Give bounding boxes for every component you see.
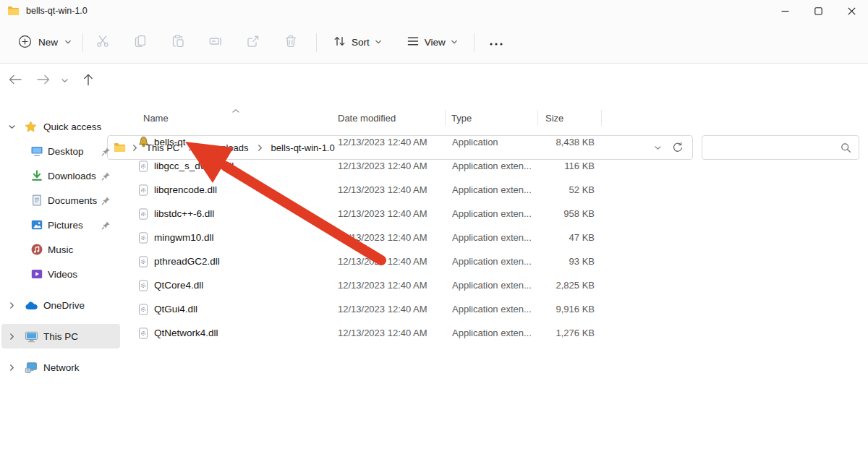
- file-name: libgcc_s_dw2-1.dll: [154, 161, 338, 171]
- file-name: QtNetwork4.dll: [154, 328, 338, 338]
- sidebar-item-label: OneDrive: [43, 293, 85, 317]
- chevron-right-icon[interactable]: [8, 293, 16, 317]
- chevron-down-icon[interactable]: [8, 114, 16, 139]
- file-row[interactable]: QtGui4.dll12/13/2023 12:40 AMApplication…: [130, 297, 613, 321]
- sort-arrows-icon: [333, 35, 346, 50]
- file-name: QtCore4.dll: [154, 280, 338, 291]
- network-icon: [25, 355, 38, 380]
- sidebar-item-documents[interactable]: Documents: [1, 188, 120, 213]
- file-date-modified: 12/13/2023 12:40 AM: [338, 328, 452, 338]
- documents-icon: [30, 188, 43, 213]
- thispc-icon: [25, 324, 38, 348]
- sidebar-item-quick-access[interactable]: Quick access: [1, 114, 120, 139]
- music-icon: [30, 237, 43, 262]
- file-type: Application exten...: [452, 161, 546, 171]
- column-header-type-label: Type: [451, 113, 472, 124]
- clipboard-icon: [171, 34, 185, 51]
- file-size: 1,276 KB: [546, 328, 595, 338]
- sidebar-item-label: This PC: [43, 324, 78, 348]
- bell-icon: [137, 136, 154, 148]
- chevron-down-icon: [61, 74, 69, 87]
- dll-icon: [137, 232, 154, 244]
- share-icon: [246, 34, 260, 51]
- cut-button[interactable]: [88, 30, 117, 56]
- forward-button[interactable]: [32, 69, 55, 93]
- share-button[interactable]: [239, 30, 268, 56]
- dll-icon: [137, 208, 154, 220]
- file-date-modified: 12/13/2023 12:40 AM: [338, 208, 452, 219]
- title-bar: bells-qt-win-1.0: [0, 0, 868, 22]
- file-row[interactable]: pthreadGC2.dll12/13/2023 12:40 AMApplica…: [130, 249, 613, 273]
- file-size: 9,916 KB: [546, 304, 595, 315]
- file-type: Application exten...: [452, 256, 546, 267]
- pin-icon: [101, 163, 111, 188]
- sidebar-item-pictures[interactable]: Pictures: [1, 213, 120, 237]
- see-more-button[interactable]: [482, 30, 510, 56]
- view-button[interactable]: View: [400, 30, 464, 54]
- delete-button[interactable]: [276, 30, 305, 56]
- chevron-down-icon: [64, 37, 72, 48]
- sidebar-item-downloads[interactable]: Downloads: [1, 163, 120, 188]
- file-row[interactable]: QtNetwork4.dll12/13/2023 12:40 AMApplica…: [130, 321, 613, 345]
- column-header-name[interactable]: Name: [143, 110, 338, 126]
- paste-button[interactable]: [163, 30, 192, 56]
- desktop-icon: [30, 139, 43, 163]
- file-size: 93 KB: [546, 256, 595, 267]
- rename-button[interactable]: [201, 30, 230, 56]
- toolbar-divider: [316, 33, 317, 52]
- downloads-icon: [30, 163, 43, 188]
- address-dropdown-button[interactable]: [654, 144, 662, 152]
- chevron-right-icon[interactable]: [8, 355, 16, 380]
- minimize-button[interactable]: [768, 0, 801, 22]
- sort-ascending-indicator-icon: [231, 103, 240, 116]
- file-type: Application exten...: [452, 304, 546, 315]
- sidebar-item-network[interactable]: Network: [1, 355, 120, 380]
- sidebar-item-label: Videos: [48, 262, 77, 286]
- file-row[interactable]: QtCore4.dll12/13/2023 12:40 AMApplicatio…: [130, 273, 613, 297]
- sidebar-item-this-pc[interactable]: This PC: [1, 324, 120, 348]
- column-header-name-label: Name: [143, 113, 169, 124]
- maximize-button[interactable]: [801, 0, 835, 22]
- column-header-date-modified[interactable]: Date modified: [338, 110, 445, 126]
- trash-icon: [284, 34, 298, 51]
- onedrive-icon: [25, 293, 39, 317]
- file-date-modified: 12/13/2023 12:40 AM: [338, 280, 452, 291]
- sidebar-item-desktop[interactable]: Desktop: [1, 139, 120, 163]
- pin-icon: [101, 213, 111, 237]
- search-input[interactable]: [710, 142, 841, 154]
- copy-button[interactable]: [126, 30, 155, 56]
- up-button[interactable]: [77, 69, 100, 93]
- file-size: 47 KB: [546, 232, 595, 243]
- navigation-row: This PCDownloadsbells-qt-win-1.0: [0, 64, 868, 102]
- videos-icon: [30, 262, 43, 286]
- file-name: QtGui4.dll: [154, 304, 338, 315]
- search-box[interactable]: [702, 135, 859, 160]
- file-row[interactable]: libqrencode.dll12/13/2023 12:40 AMApplic…: [130, 178, 613, 202]
- new-button-label: New: [38, 37, 58, 48]
- file-row[interactable]: libstdc++-6.dll12/13/2023 12:40 AMApplic…: [130, 202, 613, 226]
- column-header-size[interactable]: Size: [537, 110, 602, 126]
- toolbar-divider: [82, 33, 83, 52]
- recent-locations-button[interactable]: [58, 69, 71, 93]
- sidebar-item-music[interactable]: Music: [1, 237, 120, 262]
- file-row[interactable]: mingwm10.dll12/13/2023 12:40 AMApplicati…: [130, 226, 613, 249]
- file-date-modified: 12/13/2023 12:40 AM: [338, 184, 452, 195]
- sidebar-item-label: Desktop: [48, 139, 84, 163]
- chevron-right-icon[interactable]: [8, 324, 16, 348]
- new-button[interactable]: New: [11, 30, 79, 56]
- file-size: 116 KB: [546, 161, 595, 171]
- close-button[interactable]: [835, 0, 868, 22]
- list-lines-icon: [407, 35, 420, 49]
- sidebar-item-label: Music: [48, 237, 73, 262]
- sort-button[interactable]: Sort: [326, 30, 388, 55]
- sidebar-item-videos[interactable]: Videos: [1, 262, 120, 286]
- column-header-type[interactable]: Type: [445, 110, 537, 126]
- file-type: Application exten...: [452, 184, 546, 195]
- pin-icon: [101, 188, 111, 213]
- sidebar-item-onedrive[interactable]: OneDrive: [1, 293, 120, 317]
- back-button[interactable]: [4, 69, 27, 93]
- file-row[interactable]: libgcc_s_dw2-1.dll12/13/2023 12:40 AMApp…: [130, 154, 613, 178]
- file-row[interactable]: bells-qt12/13/2023 12:40 AMApplication8,…: [130, 130, 613, 154]
- rename-icon: [208, 34, 223, 51]
- refresh-button[interactable]: [672, 142, 684, 153]
